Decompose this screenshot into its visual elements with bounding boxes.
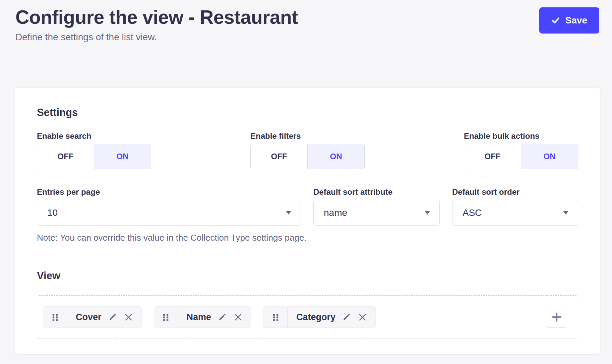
chevron-down-icon (563, 211, 568, 215)
enable-filters-label: Enable filters (250, 131, 365, 141)
select-value: ASC (463, 207, 482, 218)
default-sort-attribute-select[interactable]: name (313, 200, 440, 226)
toggle-off-option[interactable]: OFF (464, 144, 521, 169)
page-title: Configure the view - Restaurant (15, 5, 298, 29)
drag-handle[interactable] (154, 307, 178, 327)
enable-bulk-actions-label: Enable bulk actions (464, 131, 578, 141)
plus-icon (551, 312, 562, 322)
enable-search-toggle[interactable]: OFF ON (37, 144, 151, 169)
edit-field-button[interactable] (342, 313, 351, 321)
selects-row: Entries per page 10 Default sort attribu… (37, 187, 578, 226)
enable-bulk-actions-toggle[interactable]: OFF ON (464, 144, 578, 169)
toggles-row: Enable search OFF ON Enable filters OFF … (37, 131, 578, 169)
toggle-on-option[interactable]: ON (94, 144, 151, 169)
default-sort-order-select[interactable]: ASC (452, 200, 578, 226)
default-sort-order-field: Default sort order ASC (452, 187, 578, 226)
enable-search-label: Enable search (37, 131, 151, 141)
close-icon (358, 313, 367, 321)
enable-filters-field: Enable filters OFF ON (250, 131, 365, 169)
enable-filters-toggle[interactable]: OFF ON (250, 144, 365, 169)
field-drop-zone: Cover (37, 295, 578, 339)
default-sort-attribute-label: Default sort attribute (313, 187, 440, 197)
entries-per-page-label: Entries per page (37, 187, 301, 197)
check-icon (551, 16, 560, 25)
remove-field-button[interactable] (234, 313, 242, 321)
save-button-label: Save (565, 15, 587, 26)
drag-handle[interactable] (43, 307, 67, 327)
pencil-icon (218, 313, 227, 321)
pencil-icon (342, 313, 351, 321)
field-chip-category[interactable]: Category (263, 306, 376, 328)
section-divider (37, 254, 578, 254)
close-icon (124, 313, 133, 321)
field-chip-name[interactable]: Name (154, 306, 252, 328)
enable-bulk-actions-field: Enable bulk actions OFF ON (464, 131, 578, 169)
toggle-on-option[interactable]: ON (307, 144, 364, 169)
field-chip-label: Name (187, 312, 211, 322)
field-chip-label: Cover (76, 312, 102, 322)
edit-field-button[interactable] (218, 313, 227, 321)
field-chip-label: Category (296, 312, 335, 322)
remove-field-button[interactable] (358, 313, 367, 321)
toggle-off-option[interactable]: OFF (251, 144, 307, 169)
toggle-on-option[interactable]: ON (521, 144, 578, 169)
entries-per-page-field: Entries per page 10 (37, 187, 301, 226)
drag-handle[interactable] (264, 307, 288, 327)
chevron-down-icon (425, 211, 430, 215)
toggle-off-option[interactable]: OFF (37, 144, 94, 169)
enable-search-field: Enable search OFF ON (37, 131, 151, 169)
select-value: name (324, 207, 347, 218)
page-header: Configure the view - Restaurant Define t… (15, 5, 298, 43)
view-heading: View (37, 269, 578, 282)
edit-field-button[interactable] (108, 313, 117, 321)
drag-handle-icon (162, 313, 170, 322)
entries-note: Note: You can override this value in the… (37, 232, 578, 243)
select-value: 10 (47, 207, 58, 218)
entries-per-page-select[interactable]: 10 (37, 200, 301, 226)
settings-card: Settings Enable search OFF ON Enable fil… (15, 88, 600, 354)
page-subtitle: Define the settings of the list view. (15, 32, 298, 43)
save-button[interactable]: Save (539, 7, 599, 34)
default-sort-attribute-field: Default sort attribute name (313, 187, 440, 226)
chevron-down-icon (286, 211, 291, 215)
field-chip-cover[interactable]: Cover (43, 306, 142, 328)
pencil-icon (108, 313, 117, 321)
default-sort-order-label: Default sort order (452, 187, 578, 197)
settings-heading: Settings (37, 106, 578, 119)
remove-field-button[interactable] (124, 313, 133, 321)
add-field-button[interactable] (546, 307, 567, 328)
drag-handle-icon (51, 313, 59, 322)
close-icon (234, 313, 242, 321)
drag-handle-icon (272, 313, 280, 322)
